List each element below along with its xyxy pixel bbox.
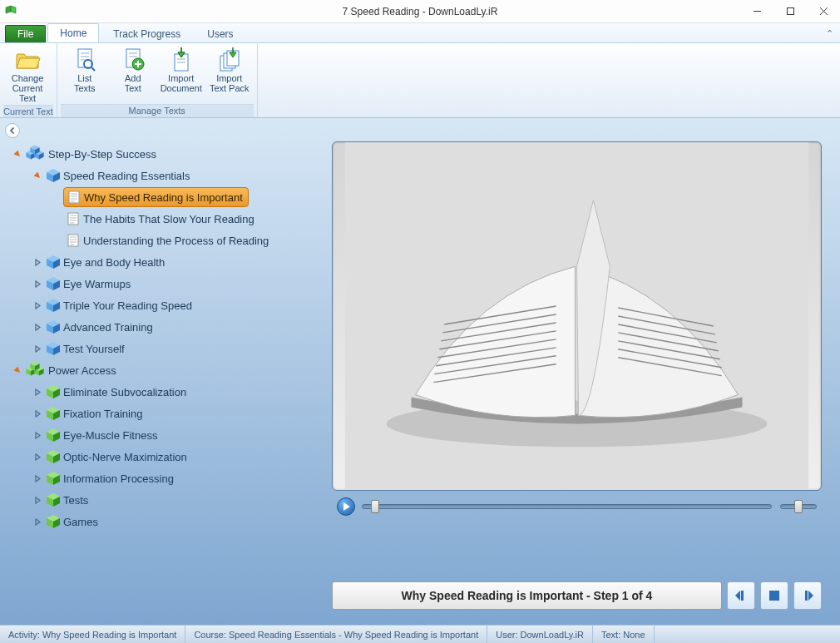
add-text-button[interactable]: AddText bbox=[109, 45, 157, 104]
close-button[interactable] bbox=[807, 0, 840, 22]
tree-label: Eye-Muscle Fitness bbox=[63, 429, 157, 442]
cube-green-icon bbox=[45, 448, 62, 465]
expand-icon[interactable] bbox=[32, 324, 43, 331]
collapse-ribbon-icon[interactable]: ⌃ bbox=[826, 28, 833, 39]
status-activity: Activity: Why Speed Reading is Important bbox=[0, 626, 185, 643]
svg-marker-34 bbox=[34, 172, 42, 180]
section-optic-nerve[interactable]: Optic-Nerve Maximization bbox=[7, 446, 322, 467]
svg-marker-128 bbox=[343, 502, 350, 511]
change-current-text-button[interactable]: ChangeCurrent Text bbox=[3, 45, 52, 105]
import-text-pack-button[interactable]: ImportText Pack bbox=[205, 45, 254, 104]
expand-icon[interactable] bbox=[32, 432, 43, 439]
tree-label: Test Yourself bbox=[63, 343, 125, 355]
doc-mag-icon bbox=[73, 47, 96, 73]
status-text-value: None bbox=[623, 630, 645, 640]
section-eye-warmups[interactable]: Eye Warmups bbox=[7, 273, 322, 294]
document-icon bbox=[67, 190, 81, 205]
tree-label: The Habits That Slow Your Reading bbox=[83, 213, 254, 225]
document-icon bbox=[67, 211, 80, 226]
course-power-access[interactable]: Power Access bbox=[7, 359, 322, 381]
svg-marker-53 bbox=[36, 260, 40, 265]
ribbon: ChangeCurrent TextCurrent TextListTextsA… bbox=[0, 43, 840, 118]
section-advanced-training[interactable]: Advanced Training bbox=[7, 316, 322, 338]
doc-arrow-icon bbox=[170, 47, 193, 73]
svg-rect-130 bbox=[741, 591, 744, 601]
expand-icon[interactable] bbox=[32, 453, 43, 461]
step-bar: Why Speed Reading is Important - Step 1 … bbox=[332, 581, 822, 615]
lesson-why-important[interactable]: Why Speed Reading is Important bbox=[7, 186, 322, 208]
collapse-tree-button[interactable] bbox=[5, 123, 20, 138]
cube-blue-multi-icon bbox=[25, 146, 47, 162]
next-step-button[interactable] bbox=[793, 581, 822, 610]
tree-label: Games bbox=[63, 516, 98, 528]
cube-blue-icon bbox=[45, 297, 62, 314]
list-texts-button[interactable]: ListTexts bbox=[61, 45, 109, 104]
expand-icon[interactable] bbox=[32, 302, 43, 309]
menu-tab-home[interactable]: Home bbox=[47, 23, 99, 42]
tree-label: Tests bbox=[63, 494, 88, 507]
import-document-button[interactable]: ImportDocument bbox=[157, 45, 205, 104]
section-tests[interactable]: Tests bbox=[7, 489, 322, 511]
tree-label: Eye Warmups bbox=[63, 278, 131, 290]
cube-green-icon bbox=[45, 492, 62, 508]
status-course-label: Course: bbox=[194, 630, 226, 640]
volume-thumb[interactable] bbox=[794, 500, 803, 513]
cube-green-icon bbox=[45, 513, 62, 530]
stop-button[interactable] bbox=[760, 581, 788, 610]
svg-marker-83 bbox=[36, 389, 40, 395]
volume-slider[interactable] bbox=[780, 504, 817, 509]
file-menu-button[interactable]: File bbox=[5, 25, 46, 42]
section-games[interactable]: Games bbox=[7, 511, 322, 532]
expand-icon[interactable] bbox=[32, 475, 43, 482]
svg-marker-129 bbox=[735, 591, 740, 601]
expand-icon[interactable] bbox=[32, 172, 43, 180]
expand-icon[interactable] bbox=[32, 345, 43, 353]
minimize-button[interactable] bbox=[740, 0, 773, 22]
section-eye-muscle[interactable]: Eye-Muscle Fitness bbox=[7, 424, 322, 446]
maximize-button[interactable] bbox=[773, 0, 807, 22]
course-step-by-step-success[interactable]: Step-By-Step Success bbox=[7, 143, 322, 165]
content-pane: Why Speed Reading is Important - Step 1 … bbox=[329, 118, 840, 625]
video-preview[interactable] bbox=[332, 141, 822, 491]
section-test-yourself[interactable]: Test Yourself bbox=[7, 338, 322, 359]
section-eliminate-sub[interactable]: Eliminate Subvocalization bbox=[7, 381, 322, 403]
svg-rect-132 bbox=[805, 591, 808, 601]
lesson-process[interactable]: Understanding the Process of Reading bbox=[7, 230, 322, 251]
section-info-processing[interactable]: Information Processing bbox=[7, 467, 322, 489]
cube-blue-icon bbox=[45, 167, 62, 184]
cube-green-icon bbox=[45, 405, 62, 422]
status-activity-label: Activity: bbox=[8, 630, 40, 640]
tree-label: Understanding the Process of Reading bbox=[83, 235, 269, 247]
menu-tab-users[interactable]: Users bbox=[195, 24, 245, 42]
section-fixation[interactable]: Fixation Training bbox=[7, 403, 322, 424]
progress-slider[interactable] bbox=[362, 504, 772, 509]
svg-marker-133 bbox=[808, 591, 813, 601]
ribbon-item-label: ListTexts bbox=[74, 73, 96, 93]
lesson-habits-slow[interactable]: The Habits That Slow Your Reading bbox=[7, 208, 322, 230]
progress-thumb[interactable] bbox=[371, 500, 379, 513]
expand-icon[interactable] bbox=[32, 259, 43, 266]
cube-blue-icon bbox=[45, 340, 62, 357]
folder-icon bbox=[14, 47, 41, 73]
section-speed-reading-essentials[interactable]: Speed Reading Essentials bbox=[7, 165, 322, 186]
status-user: User: DownLoadLy.iR bbox=[487, 626, 593, 643]
expand-icon[interactable] bbox=[12, 151, 23, 158]
expand-icon[interactable] bbox=[32, 280, 43, 288]
expand-icon[interactable] bbox=[32, 518, 43, 526]
play-button[interactable] bbox=[337, 497, 355, 516]
ribbon-group-label: Manage Texts bbox=[61, 104, 254, 117]
expand-icon[interactable] bbox=[12, 367, 23, 374]
cube-green-multi-icon bbox=[25, 362, 47, 378]
expand-icon[interactable] bbox=[32, 388, 43, 396]
svg-marker-57 bbox=[36, 281, 40, 287]
prev-step-button[interactable] bbox=[727, 581, 755, 610]
expand-icon[interactable] bbox=[32, 410, 43, 418]
svg-marker-24 bbox=[14, 151, 22, 158]
app-icon bbox=[5, 4, 18, 19]
section-eye-body-health[interactable]: Eye and Body Health bbox=[7, 251, 322, 273]
menu-tab-track-progress[interactable]: Track Progress bbox=[101, 24, 193, 42]
expand-icon[interactable] bbox=[32, 497, 43, 504]
tree-label: Step-By-Step Success bbox=[48, 148, 156, 161]
tree-label: Optic-Nerve Maximization bbox=[63, 451, 187, 463]
section-triple-speed[interactable]: Triple Your Reading Speed bbox=[7, 294, 322, 316]
